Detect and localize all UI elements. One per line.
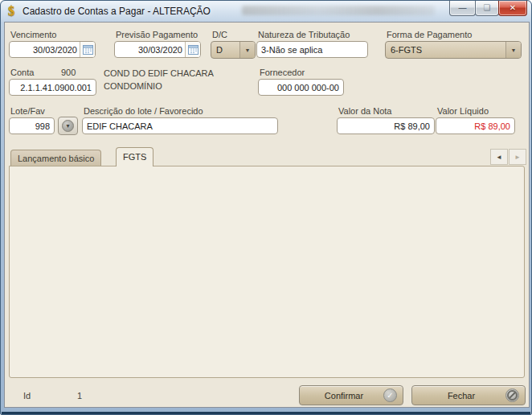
arrow-right-icon: ►	[514, 154, 521, 161]
close-button[interactable]: ✕	[498, 1, 527, 16]
titlebar-ghost-reflection	[242, 6, 435, 15]
tab-scroll-right-button[interactable]: ►	[509, 149, 526, 165]
confirmar-button[interactable]: Confirmar ✓	[299, 385, 403, 405]
window-title: Cadastro de Contas a Pagar - ALTERAÇÃO	[23, 6, 211, 17]
fornecedor-input[interactable]	[258, 79, 344, 96]
calendar-icon[interactable]	[80, 42, 95, 57]
dc-value: D	[211, 45, 239, 55]
lote-label: Lote/Fav	[10, 106, 45, 116]
descricao-input[interactable]	[82, 117, 278, 134]
natureza-label: Natureza de Tributação	[258, 30, 350, 39]
conta-input[interactable]	[9, 79, 96, 96]
lote-input[interactable]	[9, 117, 55, 134]
tab-label: Lançamento básico	[18, 154, 94, 163]
previsao-label: Previsão Pagamento	[116, 30, 198, 39]
minimize-button[interactable]: —	[449, 1, 476, 16]
confirmar-label: Confirmar	[325, 391, 363, 401]
forma-pagamento-select[interactable]: 6-FGTS ▼	[385, 41, 522, 59]
dc-label: D/C	[212, 30, 227, 39]
app-window: $ Cadastro de Contas a Pagar - ALTERAÇÃO…	[0, 0, 532, 415]
id-value: 1	[77, 391, 82, 401]
check-icon: ✓	[383, 388, 397, 402]
lookup-dropdown-icon: ▾	[62, 120, 74, 132]
valor-liquido-label: Valor Líquido	[437, 106, 489, 116]
fechar-label: Fechar	[448, 391, 475, 401]
fechar-button[interactable]: Fechar	[411, 385, 526, 405]
forma-pagamento-value: 6-FGTS	[386, 45, 505, 55]
chevron-down-icon[interactable]: ▼	[505, 42, 521, 58]
tab-scroll-left-button[interactable]: ◄	[490, 149, 508, 165]
dc-select[interactable]: D ▼	[211, 41, 256, 59]
arrow-left-icon: ◄	[496, 154, 502, 161]
conta-code: 900	[61, 68, 76, 77]
vencimento-input[interactable]	[10, 42, 80, 57]
conta-label: Conta	[10, 68, 34, 77]
fgts-tab-panel	[9, 166, 525, 378]
vencimento-field[interactable]	[9, 41, 96, 58]
descricao-label: Descrição do lote / Favorecido	[84, 106, 203, 116]
tab-label: FGTS	[123, 152, 146, 162]
valor-nota-input[interactable]	[337, 117, 435, 134]
titlebar[interactable]: $ Cadastro de Contas a Pagar - ALTERAÇÃO…	[1, 1, 531, 22]
previsao-input[interactable]	[115, 42, 185, 57]
tab-fgts[interactable]: FGTS	[116, 147, 153, 166]
previsao-field[interactable]	[114, 41, 201, 58]
valor-liquido-input[interactable]	[436, 117, 515, 134]
lote-lookup-button[interactable]: ▾	[58, 117, 78, 135]
conta-desc-line1: COND DO EDIF CHACARA	[104, 68, 214, 78]
minimize-icon: —	[459, 3, 467, 12]
calendar-icon[interactable]	[185, 42, 200, 57]
fornecedor-label: Fornecedor	[260, 68, 305, 77]
maximize-button[interactable]: ❏	[475, 1, 499, 16]
prohibition-icon	[505, 388, 519, 402]
chevron-down-icon[interactable]: ▼	[239, 42, 255, 58]
natureza-input[interactable]	[256, 41, 368, 58]
tab-lancamento-basico[interactable]: Lançamento básico	[10, 150, 101, 166]
app-dollar-icon: $	[8, 4, 19, 18]
valor-nota-label: Valor da Nota	[338, 106, 391, 116]
close-icon: ✕	[509, 3, 516, 12]
vencimento-label: Vencimento	[10, 30, 56, 39]
maximize-icon: ❏	[484, 3, 491, 12]
conta-desc-line2: CONDOMÍNIO	[104, 81, 162, 91]
forma-pagamento-label: Forma de Pagamento	[387, 30, 472, 39]
id-label: Id	[23, 391, 31, 401]
